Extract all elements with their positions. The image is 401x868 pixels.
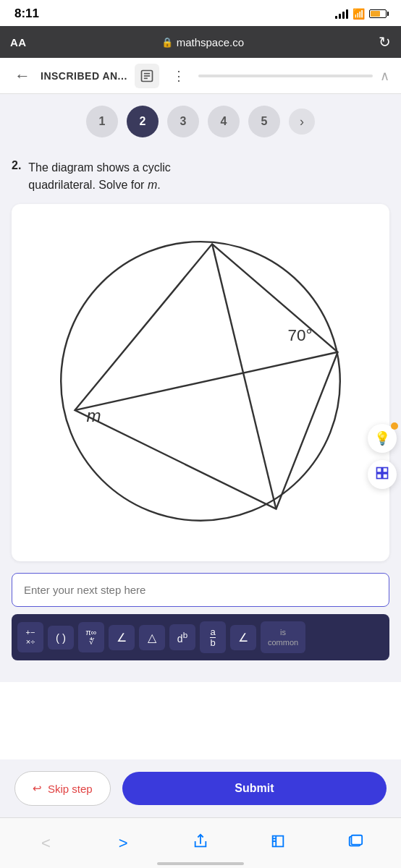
step-input[interactable] xyxy=(12,573,389,607)
main-content: 💡 2. The diagram shows a cyclic quadrila… xyxy=(0,149,401,682)
battery-fill xyxy=(371,11,380,17)
tabs-icon xyxy=(347,833,363,854)
safari-bookmarks-button[interactable] xyxy=(262,827,294,859)
svg-rect-7 xyxy=(383,473,388,478)
math-keyboard: +−×÷ ( ) π∞∜ ∠ △ db a b xyxy=(12,614,389,661)
math-key-pi-root[interactable]: π∞∜ xyxy=(78,622,104,652)
step-5[interactable]: 5 xyxy=(248,106,280,137)
progress-bar xyxy=(198,75,373,77)
svg-marker-9 xyxy=(75,244,337,509)
safari-back-button[interactable]: < xyxy=(30,827,62,859)
back-button[interactable]: ← xyxy=(12,64,33,88)
skip-label: Skip step xyxy=(48,783,93,795)
svg-line-10 xyxy=(212,244,276,509)
book-icon xyxy=(270,833,286,854)
browser-bar: AA 🔒 mathspace.co ↻ xyxy=(0,26,401,58)
chevron-left-icon: < xyxy=(41,834,51,853)
nav-bar: ← INSCRIBED AN... ⋮ ∧ xyxy=(0,58,401,94)
math-key-arithmetic[interactable]: +−×÷ xyxy=(17,622,43,652)
safari-share-button[interactable] xyxy=(185,827,216,859)
diagram-container: 70° m xyxy=(12,204,389,561)
math-key-superscript[interactable]: db xyxy=(169,624,195,650)
browser-aa-label[interactable]: AA xyxy=(10,36,27,48)
hint-button[interactable]: 💡 xyxy=(368,424,397,453)
chevron-right-icon: > xyxy=(119,834,128,853)
battery-icon xyxy=(369,9,387,18)
svg-line-11 xyxy=(75,352,337,410)
status-icons: 📶 xyxy=(335,8,387,20)
safari-forward-button[interactable]: > xyxy=(107,827,139,859)
home-indicator xyxy=(157,862,244,865)
question-body: The diagram shows a cyclic quadrilateral… xyxy=(28,159,171,204)
math-key-fraction[interactable]: a b xyxy=(200,621,226,653)
math-key-angle2[interactable]: ∠ xyxy=(230,625,256,650)
safari-tabs-button[interactable] xyxy=(339,827,371,859)
step-2[interactable]: 2 xyxy=(127,106,159,137)
math-key-is-common[interactable]: iscommon xyxy=(261,621,305,654)
submit-label: Submit xyxy=(235,782,274,794)
collapse-chevron-icon[interactable]: ∧ xyxy=(380,68,389,84)
math-key-parentheses[interactable]: ( ) xyxy=(48,626,74,650)
svg-point-8 xyxy=(61,242,340,521)
refresh-icon[interactable]: ↻ xyxy=(379,33,391,51)
share-icon xyxy=(193,833,208,854)
action-area: ↩ Skip step Submit xyxy=(0,760,401,817)
side-buttons: 💡 xyxy=(368,424,397,489)
submit-button[interactable]: Submit xyxy=(122,772,387,805)
signal-icon xyxy=(335,9,348,19)
safari-toolbar: < > xyxy=(0,817,401,868)
reference-button[interactable] xyxy=(368,460,397,489)
skip-step-button[interactable]: ↩ Skip step xyxy=(14,771,111,806)
wifi-icon: 📶 xyxy=(353,8,365,20)
step-4[interactable]: 4 xyxy=(208,106,240,137)
notes-icon-button[interactable] xyxy=(135,64,159,88)
question-number: 2. xyxy=(12,159,21,172)
lightbulb-icon: 💡 xyxy=(374,430,390,446)
input-area[interactable] xyxy=(12,573,389,607)
svg-rect-5 xyxy=(383,467,388,472)
svg-rect-16 xyxy=(351,835,362,844)
steps-next-button[interactable]: › xyxy=(289,109,315,135)
browser-url-area[interactable]: 🔒 mathspace.co xyxy=(27,36,379,48)
question-steps: 1 2 3 4 5 › xyxy=(0,94,401,149)
grid-icon xyxy=(375,466,389,484)
svg-rect-4 xyxy=(377,467,382,472)
browser-url: mathspace.co xyxy=(177,36,244,48)
status-time: 8:11 xyxy=(14,7,39,21)
question-text: The diagram shows a cyclic quadrilateral… xyxy=(28,159,171,194)
question-card: 2. The diagram shows a cyclic quadrilate… xyxy=(12,149,389,668)
math-key-angle[interactable]: ∠ xyxy=(109,625,135,650)
step-1[interactable]: 1 xyxy=(86,106,118,137)
svg-rect-6 xyxy=(377,473,382,478)
skip-icon: ↩ xyxy=(33,782,42,795)
math-key-triangle[interactable]: △ xyxy=(139,625,165,650)
status-bar: 8:11 📶 xyxy=(0,0,401,26)
svg-text:70°: 70° xyxy=(287,326,312,344)
more-options-button[interactable]: ⋮ xyxy=(166,65,191,87)
nav-title: INSCRIBED AN... xyxy=(41,70,127,82)
svg-text:m: m xyxy=(87,406,101,425)
question-variable: m xyxy=(148,179,157,191)
step-3[interactable]: 3 xyxy=(167,106,199,137)
cyclic-quadrilateral-diagram: 70° m xyxy=(26,218,375,544)
lock-icon: 🔒 xyxy=(161,37,173,48)
